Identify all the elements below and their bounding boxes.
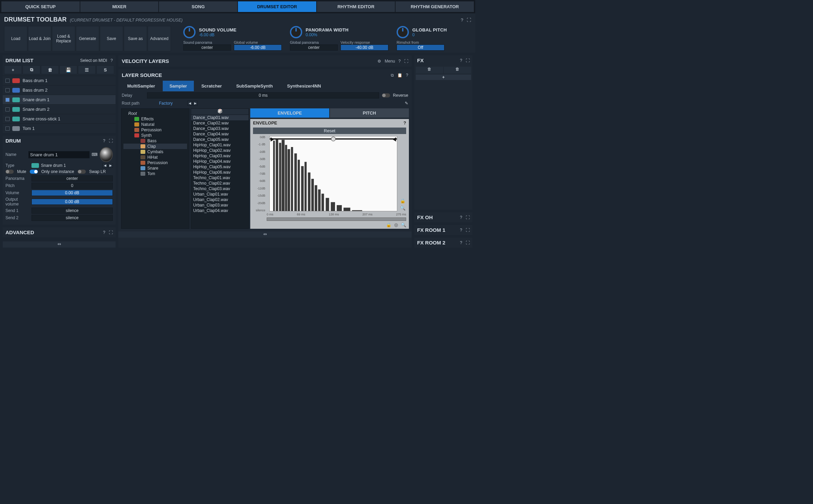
file-item[interactable]: HipHop_Clap05.wav	[191, 164, 249, 170]
tab-envelope[interactable]: ENVELOPE	[250, 108, 329, 118]
reset-button[interactable]: Reset	[253, 128, 406, 134]
solo-drum-button[interactable]: S	[96, 65, 114, 74]
edit-icon[interactable]: ✎	[405, 101, 408, 106]
paste-icon[interactable]: 📋	[397, 73, 402, 78]
tree-node[interactable]: Clap	[123, 144, 187, 149]
one-instance-toggle[interactable]	[30, 170, 38, 174]
file-item[interactable]: HipHop_Clap04.wav	[191, 159, 249, 164]
mid-footer-bar[interactable]: ⇔	[118, 231, 412, 238]
fx-delete-2-button[interactable]: 🗑	[444, 67, 471, 74]
checkbox-icon[interactable]	[5, 117, 10, 121]
tree-node[interactable]: Natural	[123, 122, 187, 127]
checkbox-icon[interactable]	[5, 98, 10, 102]
tab-song[interactable]: SONG	[159, 1, 237, 12]
tree-node[interactable]: Root	[123, 111, 187, 116]
file-list[interactable]: 🎲 Dance_Clap01.wavDance_Clap02.wavDance_…	[191, 108, 249, 229]
drum-item[interactable]: Snare drum 1	[3, 95, 116, 104]
save-drum-button[interactable]: 💾	[59, 65, 77, 74]
param-value[interactable]: center	[31, 175, 113, 182]
global-panorama-value[interactable]: center	[290, 44, 338, 51]
left-footer-bar[interactable]: ⇔	[3, 241, 116, 248]
tree-node[interactable]: HiHat	[123, 155, 187, 160]
root-prev-button[interactable]: ◀	[187, 101, 192, 106]
help-icon[interactable]: ?	[460, 240, 462, 245]
zoom-icon[interactable]: 🔍	[401, 222, 406, 227]
drum-name-input[interactable]	[28, 151, 90, 158]
tree-node[interactable]: Synth	[123, 133, 187, 138]
checkbox-icon[interactable]	[5, 88, 10, 92]
help-icon[interactable]: ?	[103, 230, 105, 235]
speaker-icon[interactable]	[99, 147, 113, 162]
file-item[interactable]: Urban_Clap04.wav	[191, 208, 249, 213]
lock-icon[interactable]: 🔒	[400, 198, 406, 203]
expand-icon[interactable]: ⛶	[109, 230, 113, 235]
zoom-icon[interactable]: 🔍	[400, 205, 406, 211]
tab-multisampler[interactable]: MultiSampler	[120, 81, 162, 91]
checkbox-icon[interactable]	[5, 127, 10, 131]
drum-item[interactable]: Snare drum 2	[3, 104, 116, 114]
generate-button[interactable]: Generate	[76, 26, 99, 51]
tree-node[interactable]: Percussion	[123, 127, 187, 133]
drum-type-value[interactable]: Snare drum 1	[41, 163, 66, 168]
gear-icon[interactable]: ⚙	[377, 59, 381, 64]
list-drum-button[interactable]: ☰	[78, 65, 96, 74]
help-icon[interactable]: ?	[403, 120, 406, 125]
help-icon[interactable]: ?	[398, 59, 401, 64]
die-icon[interactable]: 🎲	[217, 109, 223, 114]
drum-item[interactable]: Bass drum 2	[3, 85, 116, 95]
tree-node[interactable]: Tom	[123, 171, 187, 176]
help-icon[interactable]: ?	[103, 138, 105, 143]
save-as-button[interactable]: Save as	[124, 26, 147, 51]
swap-lr-toggle[interactable]	[78, 170, 86, 174]
fx-delete-1-button[interactable]: 🗑	[416, 67, 443, 74]
tree-node[interactable]: Snare	[123, 165, 187, 171]
menu-button[interactable]: Menu	[385, 59, 395, 64]
drum-item[interactable]: Snare cross-stick 1	[3, 114, 116, 123]
global-pitch-knob[interactable]	[397, 26, 409, 38]
save-button[interactable]: Save	[100, 26, 123, 51]
help-icon[interactable]: ?	[461, 17, 463, 23]
load-replace-button[interactable]: Load & Replace	[52, 26, 75, 51]
drum-item[interactable]: Bass drum 1	[3, 76, 116, 85]
file-item[interactable]: HipHop_Clap06.wav	[191, 170, 249, 175]
root-path-value[interactable]: Factory	[147, 101, 185, 106]
file-item[interactable]: Dance_Clap04.wav	[191, 131, 249, 137]
load-button[interactable]: Load	[4, 26, 27, 51]
target-icon[interactable]: ◎	[394, 222, 398, 227]
help-icon[interactable]: ?	[460, 228, 462, 233]
file-item[interactable]: HipHop_Clap01.wav	[191, 142, 249, 148]
tab-synthesizer4nn[interactable]: Synthesizer4NN	[280, 81, 328, 91]
help-icon[interactable]: ?	[460, 58, 462, 63]
delay-value[interactable]: 0 ms	[147, 92, 379, 98]
expand-icon[interactable]: ⛶	[466, 215, 470, 220]
expand-icon[interactable]: ⛶	[467, 17, 471, 23]
file-item[interactable]: Dance_Clap03.wav	[191, 126, 249, 131]
checkbox-icon[interactable]	[5, 107, 10, 111]
help-icon[interactable]: ?	[406, 73, 408, 78]
file-item[interactable]: Dance_Clap01.wav	[191, 115, 249, 120]
help-icon[interactable]: ?	[460, 215, 462, 220]
sound-volume-knob[interactable]	[183, 26, 196, 38]
global-volume-value[interactable]: -6.00 dB	[234, 44, 282, 51]
param-value[interactable]: silence	[31, 215, 113, 221]
advanced-button[interactable]: Advanced	[148, 26, 171, 51]
expand-icon[interactable]: ⛶	[404, 59, 408, 64]
tab-pitch[interactable]: PITCH	[330, 108, 409, 118]
tree-node[interactable]: Bass	[123, 138, 187, 144]
fx-add-button[interactable]: +	[416, 75, 471, 80]
param-value[interactable]: 0	[31, 183, 113, 189]
waveform-display[interactable]: Start	[269, 136, 397, 211]
duplicate-drum-button[interactable]: ⧉	[23, 65, 40, 74]
select-on-midi[interactable]: Select on MIDI	[80, 58, 107, 63]
file-item[interactable]: Techno_Clap02.wav	[191, 181, 249, 186]
tree-node[interactable]: Percussion	[123, 160, 187, 165]
rimshot-from-value[interactable]: Off	[397, 44, 444, 51]
tab-scratcher[interactable]: Scratcher	[195, 81, 229, 91]
folder-tree[interactable]: RootEffectsNaturalPercussionSynthBassCla…	[121, 108, 189, 229]
checkbox-icon[interactable]	[5, 79, 10, 83]
root-next-button[interactable]: ▶	[193, 101, 198, 106]
tab-subsamplesynth[interactable]: SubSampleSynth	[229, 81, 280, 91]
expand-icon[interactable]: ⛶	[466, 240, 470, 245]
tab-sampler[interactable]: Sampler	[163, 81, 194, 91]
copy-icon[interactable]: ⧉	[391, 73, 394, 78]
